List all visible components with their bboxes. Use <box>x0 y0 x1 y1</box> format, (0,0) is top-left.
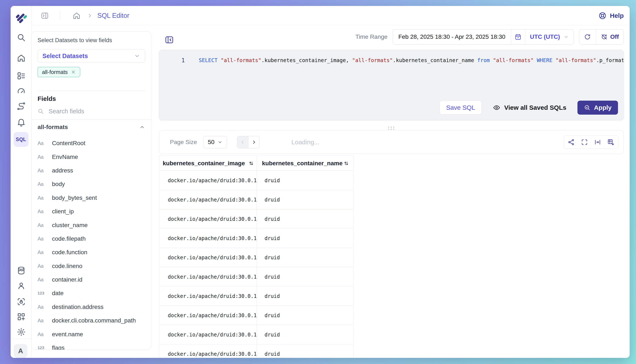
string-field-type-icon: Aa <box>38 208 47 214</box>
sidebar-divider <box>11 339 32 339</box>
column-header-label: kubernetes_container_image <box>163 160 245 167</box>
field-item[interactable]: AaContentRoot <box>32 136 151 150</box>
time-range-value[interactable]: Feb 28, 2025 18:30 - Apr 23, 2025 18:30 <box>393 30 511 44</box>
field-item[interactable]: Aacode.filepath <box>32 232 151 246</box>
integrations-icon <box>17 312 26 322</box>
field-name: EnvName <box>52 154 78 160</box>
field-item[interactable]: AaEnvName <box>32 150 151 164</box>
fields-title: Fields <box>32 95 151 102</box>
table-export-icon[interactable] <box>605 136 616 148</box>
field-item[interactable]: Aacontainer.id <box>32 273 151 286</box>
table-row[interactable]: docker.io/apache/druid:30.0.1druid <box>159 228 353 248</box>
next-page-button[interactable] <box>248 136 260 148</box>
chevron-up-icon[interactable] <box>139 124 145 130</box>
time-toolbar: Time Range Feb 28, 2025 18:30 - Apr 23, … <box>223 29 624 44</box>
dataset-chip[interactable]: all-formats <box>38 67 80 77</box>
sidebar-item-database[interactable] <box>16 265 27 276</box>
table-row[interactable]: docker.io/apache/druid:30.0.1druid <box>159 306 353 325</box>
table-row[interactable]: docker.io/apache/druid:30.0.1druid <box>159 267 353 286</box>
apply-label: Apply <box>594 104 612 111</box>
results-table: kubernetes_container_image kubernetes_co… <box>159 156 353 358</box>
sidebar-item-search[interactable] <box>16 32 27 43</box>
avatar[interactable]: A <box>14 344 27 358</box>
timezone-dropdown[interactable]: UTC (UTC) <box>525 30 574 44</box>
field-group-header[interactable]: all-formats <box>38 121 145 133</box>
collapse-editor-panel-icon[interactable] <box>164 35 174 45</box>
sidebar-item-scan-lock[interactable] <box>16 296 27 307</box>
app-logo[interactable] <box>14 10 29 26</box>
table-row[interactable]: docker.io/apache/druid:30.0.1druid <box>159 248 353 267</box>
previous-page-button[interactable] <box>237 136 248 148</box>
table-row[interactable]: docker.io/apache/druid:30.0.1druid <box>159 286 353 306</box>
field-item[interactable]: Aacluster_name <box>32 218 151 232</box>
sidebar-item-gauge[interactable] <box>16 86 27 97</box>
sidebar-item-integrations[interactable] <box>16 311 27 322</box>
field-item[interactable]: Aaaddress <box>32 164 151 177</box>
breadcrumb[interactable]: SQL Editor <box>97 12 129 20</box>
table-row[interactable]: docker.io/apache/druid:30.0.1druid <box>159 190 353 209</box>
sidebar-item-user[interactable] <box>16 280 27 291</box>
wrap-text-icon[interactable] <box>592 136 603 148</box>
help-button[interactable]: Help <box>598 11 624 20</box>
auto-refresh-toggle[interactable]: Off <box>596 30 623 44</box>
sort-icon[interactable] <box>248 160 254 166</box>
apply-button[interactable]: Apply <box>577 101 618 114</box>
field-name: code.filepath <box>52 236 86 242</box>
page-size-dropdown[interactable]: 50 <box>203 136 227 148</box>
column-header-kubernetes-container-image[interactable]: kubernetes_container_image <box>159 156 257 170</box>
code-line[interactable]: 1 SELECT "all-formats".kubernetes_contai… <box>159 50 623 64</box>
chevron-right-icon <box>87 13 93 19</box>
timezone-value: UTC (UTC) <box>530 34 560 40</box>
sql-editor-panel[interactable]: 1 SELECT "all-formats".kubernetes_contai… <box>159 50 624 120</box>
results-toolbar: Page Size 50 Loading... <box>159 130 624 154</box>
sidebar-item-alerts[interactable] <box>16 116 27 128</box>
sql-token-keyword: SELECT <box>199 57 218 63</box>
sidebar-item-dashboards[interactable] <box>16 70 27 81</box>
field-name: flags <box>52 344 65 350</box>
sidebar-item-home[interactable] <box>16 52 27 64</box>
sql-token-plain <box>490 57 493 63</box>
sidebar-item-settings[interactable] <box>16 326 27 338</box>
search-fields-input[interactable] <box>49 108 145 115</box>
resize-handle[interactable] <box>386 126 396 131</box>
save-sql-button[interactable]: Save SQL <box>440 101 482 114</box>
string-field-type-icon: Aa <box>38 195 47 201</box>
string-field-type-icon: Aa <box>38 154 47 160</box>
cell-kubernetes-container-image: docker.io/apache/druid:30.0.1 <box>159 325 257 344</box>
field-item[interactable]: 123date <box>32 286 151 300</box>
refresh-icon[interactable] <box>579 30 596 44</box>
search-icon <box>17 33 26 42</box>
cell-kubernetes-container-name: druid <box>257 228 353 248</box>
calendar-icon[interactable] <box>511 30 525 44</box>
sort-icon[interactable] <box>343 160 349 166</box>
dataset-panel-title: Select Datasets to view fields <box>38 32 145 44</box>
table-body: docker.io/apache/druid:30.0.1druiddocker… <box>159 171 353 358</box>
cell-kubernetes-container-image: docker.io/apache/druid:30.0.1 <box>159 306 257 325</box>
field-item[interactable]: Aabody_bytes_sent <box>32 191 151 205</box>
sql-query-text[interactable]: SELECT "all-formats".kubernetes_containe… <box>199 57 623 64</box>
fullscreen-icon[interactable] <box>579 136 590 148</box>
field-item[interactable]: Aaevent.name <box>32 327 151 341</box>
field-name: body <box>52 181 65 188</box>
field-item[interactable]: Aacode.lineno <box>32 259 151 273</box>
field-item[interactable]: Aabody <box>32 177 151 191</box>
sidebar-item-sql-editor[interactable]: SQL <box>14 132 29 147</box>
sql-token-plain: .kubernetes_container_image, <box>261 57 352 63</box>
close-icon[interactable] <box>71 70 76 74</box>
sidebar-item-traces[interactable] <box>16 101 27 112</box>
home-icon[interactable] <box>72 11 81 20</box>
field-item[interactable]: Aacode.function <box>32 246 151 259</box>
field-item[interactable]: Aadestination.address <box>32 300 151 314</box>
field-item[interactable]: 123flags <box>32 341 151 350</box>
field-item[interactable]: Aaclient_ip <box>32 205 151 218</box>
column-header-kubernetes-container-name[interactable]: kubernetes_container_name <box>257 156 353 170</box>
table-row[interactable]: docker.io/apache/druid:30.0.1druid <box>159 171 353 190</box>
view-saved-sqls-button[interactable]: View all Saved SQLs <box>493 104 566 112</box>
table-row[interactable]: docker.io/apache/druid:30.0.1druid <box>159 344 353 358</box>
table-row[interactable]: docker.io/apache/druid:30.0.1druid <box>159 325 353 344</box>
collapse-sidebar-icon[interactable] <box>40 11 50 20</box>
field-item[interactable]: Aadocker.cli.cobra.command_path <box>32 314 151 327</box>
table-row[interactable]: docker.io/apache/druid:30.0.1druid <box>159 209 353 228</box>
select-datasets-dropdown[interactable]: Select Datasets <box>38 49 145 63</box>
share-icon[interactable] <box>566 136 577 148</box>
